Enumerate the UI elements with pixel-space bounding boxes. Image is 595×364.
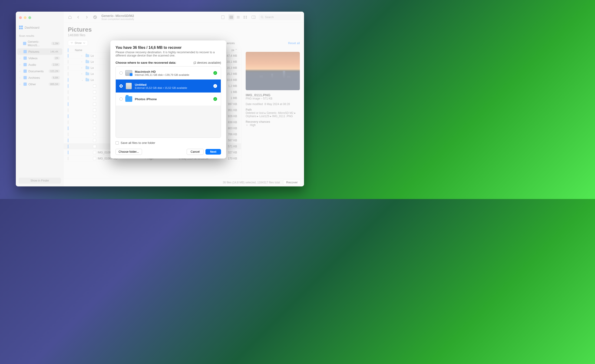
destination-option[interactable]: UntitledExternal 15,52 GB disk • 15,52 G… <box>116 79 221 93</box>
destination-subtitle: Internal 245,11 GB disk • 139,79 GB avai… <box>135 73 189 76</box>
external-disk-icon <box>125 82 133 90</box>
modal-description: Please choose recovery destination. It i… <box>115 51 221 57</box>
modal-container: You have 36 files / 14,6 MB to recover P… <box>0 0 337 199</box>
internal-disk-icon <box>125 69 133 77</box>
check-circle-icon: ✓ <box>213 84 217 88</box>
recovery-destination-dialog: You have 36 files / 14,6 MB to recover P… <box>110 40 226 158</box>
destination-name: Macintosh HD <box>135 70 189 73</box>
save-one-label: Save all files to one folder <box>121 141 155 145</box>
radio-button[interactable] <box>120 71 123 75</box>
destination-subtitle: External 15,52 GB disk • 15,52 GB availa… <box>135 86 187 89</box>
modal-devices-available: (2 devices available) <box>193 61 221 64</box>
destination-list: Macintosh HDInternal 245,11 GB disk • 13… <box>115 66 221 138</box>
check-circle-icon: ✓ <box>213 97 217 101</box>
cancel-button[interactable]: Cancel <box>187 149 204 155</box>
save-one-checkbox[interactable] <box>115 141 119 145</box>
save-one-folder-option[interactable]: Save all files to one folder <box>115 141 221 145</box>
destination-option[interactable]: Macintosh HDInternal 245,11 GB disk • 13… <box>116 66 221 79</box>
destination-scrollbar[interactable] <box>116 135 221 138</box>
destination-name: Photos iPhone <box>135 97 157 101</box>
folder-icon <box>125 95 133 103</box>
choose-folder-button[interactable]: Choose folder... <box>115 149 142 155</box>
next-button[interactable]: Next <box>205 149 221 155</box>
destination-name: Untitled <box>135 83 187 86</box>
check-circle-icon: ✓ <box>213 71 217 75</box>
modal-title: You have 36 files / 14,6 MB to recover <box>115 46 221 50</box>
modal-choose-label: Choose where to save the recovered data: <box>115 61 176 64</box>
destination-option[interactable]: Photos iPhone✓ <box>116 93 221 106</box>
radio-button[interactable] <box>120 84 123 88</box>
destination-list-empty <box>116 106 221 135</box>
radio-button[interactable] <box>120 97 123 101</box>
